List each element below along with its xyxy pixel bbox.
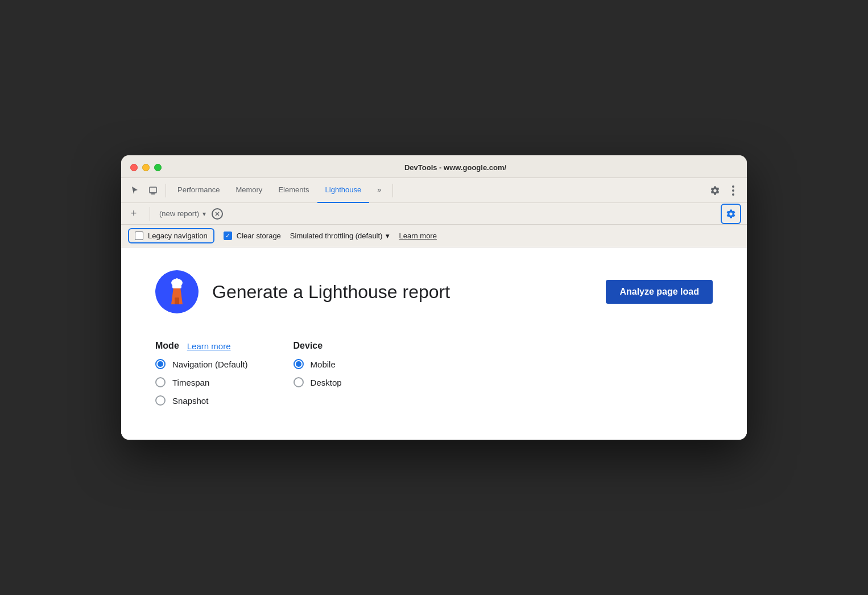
options-section: Mode Learn more Navigation (Default) Tim… xyxy=(155,341,713,406)
throttle-dropdown[interactable]: Simulated throttling (default) ▾ xyxy=(290,232,390,240)
device-desktop[interactable]: Desktop xyxy=(294,377,342,387)
cursor-icon[interactable] xyxy=(126,181,144,200)
toolbar-divider-2 xyxy=(392,184,393,197)
more-options-icon[interactable] xyxy=(724,181,742,200)
svg-point-12 xyxy=(171,279,183,287)
device-mobile-label: Mobile xyxy=(311,360,336,369)
mode-section: Mode Learn more Navigation (Default) Tim… xyxy=(155,341,248,406)
device-section: Device Mobile Desktop xyxy=(294,341,342,406)
analyze-page-load-button[interactable]: Analyze page load xyxy=(606,280,713,304)
mode-navigation-label: Navigation (Default) xyxy=(172,360,248,369)
title-bar: DevTools - www.google.com/ xyxy=(121,155,747,178)
report-header: Generate a Lighthouse report Analyze pag… xyxy=(155,270,713,313)
clear-storage-label: Clear storage xyxy=(237,232,281,240)
svg-point-4 xyxy=(732,189,734,192)
legacy-navigation-container[interactable]: Legacy navigation xyxy=(128,228,214,243)
device-desktop-radio[interactable] xyxy=(294,377,304,387)
svg-rect-0 xyxy=(150,187,156,193)
mode-learn-more[interactable]: Learn more xyxy=(187,341,231,351)
report-name: (new report) xyxy=(159,209,199,218)
learn-more-link[interactable]: Learn more xyxy=(399,232,436,240)
devtools-window: DevTools - www.google.com/ Performance M… xyxy=(121,155,747,440)
mode-navigation[interactable]: Navigation (Default) xyxy=(155,359,248,369)
stop-icon[interactable] xyxy=(212,208,223,220)
clear-storage-option: ✓ Clear storage xyxy=(224,232,281,240)
throttle-label: Simulated throttling (default) xyxy=(290,232,383,240)
close-button[interactable] xyxy=(130,164,138,171)
inspect-icon[interactable] xyxy=(144,181,162,200)
fullscreen-button[interactable] xyxy=(154,164,162,171)
throttle-dropdown-icon: ▾ xyxy=(386,232,390,240)
mode-title: Mode xyxy=(155,341,179,351)
device-title: Device xyxy=(294,341,323,351)
main-content: Generate a Lighthouse report Analyze pag… xyxy=(121,247,747,440)
window-title: DevTools - www.google.com/ xyxy=(173,163,738,172)
mode-timespan[interactable]: Timespan xyxy=(155,377,248,387)
sub-divider xyxy=(150,207,150,221)
report-title: Generate a Lighthouse report xyxy=(212,282,592,303)
device-mobile[interactable]: Mobile xyxy=(294,359,342,369)
traffic-lights xyxy=(130,164,162,171)
mode-header: Mode Learn more xyxy=(155,341,248,351)
mode-snapshot-radio[interactable] xyxy=(155,395,166,406)
tab-more[interactable]: » xyxy=(369,178,389,203)
dropdown-icon: ▾ xyxy=(202,210,206,218)
sub-toolbar: + (new report) ▾ xyxy=(121,203,747,225)
devtools-toolbar: Performance Memory Elements Lighthouse » xyxy=(121,178,747,203)
device-header: Device xyxy=(294,341,342,351)
new-report-button[interactable]: + xyxy=(127,207,140,221)
mode-snapshot[interactable]: Snapshot xyxy=(155,395,248,406)
minimize-button[interactable] xyxy=(142,164,150,171)
report-selector[interactable]: (new report) ▾ xyxy=(159,209,206,218)
mode-snapshot-label: Snapshot xyxy=(172,396,208,406)
legacy-navigation-label: Legacy navigation xyxy=(148,232,208,240)
options-toolbar: Legacy navigation ✓ Clear storage Simula… xyxy=(121,225,747,247)
lighthouse-settings-button[interactable] xyxy=(721,204,741,224)
tab-memory[interactable]: Memory xyxy=(228,178,270,203)
mode-navigation-radio[interactable] xyxy=(155,359,166,369)
tab-lighthouse[interactable]: Lighthouse xyxy=(317,178,370,203)
svg-point-5 xyxy=(732,193,734,196)
settings-icon[interactable] xyxy=(706,181,724,200)
legacy-navigation-checkbox[interactable] xyxy=(135,232,143,240)
svg-rect-13 xyxy=(175,298,179,304)
device-mobile-radio[interactable] xyxy=(294,359,304,369)
toolbar-divider xyxy=(166,184,166,197)
mode-timespan-radio[interactable] xyxy=(155,377,166,387)
lighthouse-logo xyxy=(155,270,199,313)
svg-point-3 xyxy=(732,185,734,188)
mode-timespan-label: Timespan xyxy=(172,378,209,387)
device-desktop-label: Desktop xyxy=(311,378,342,387)
tab-performance[interactable]: Performance xyxy=(170,178,228,203)
clear-storage-checkbox[interactable]: ✓ xyxy=(224,232,232,240)
tab-elements[interactable]: Elements xyxy=(270,178,317,203)
